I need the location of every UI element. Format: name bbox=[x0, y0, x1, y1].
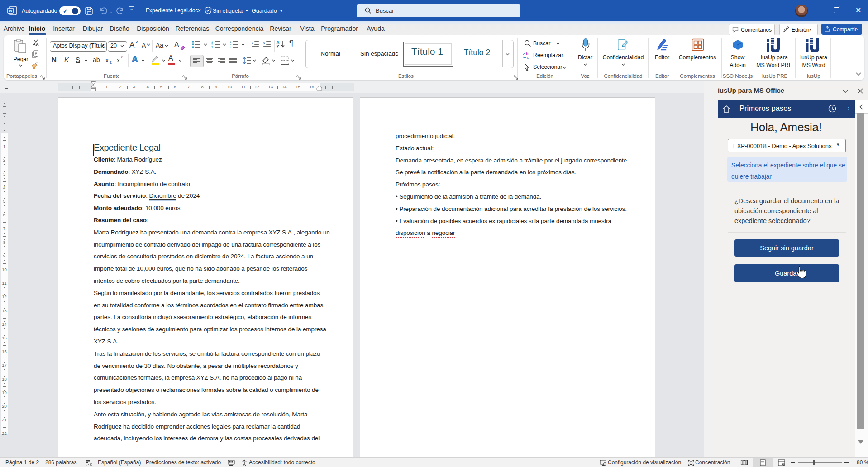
svg-text:3: 3 bbox=[211, 46, 213, 48]
svg-text:W: W bbox=[9, 9, 13, 13]
svg-text:i: i bbox=[230, 46, 230, 48]
svg-text:c: c bbox=[527, 55, 529, 59]
